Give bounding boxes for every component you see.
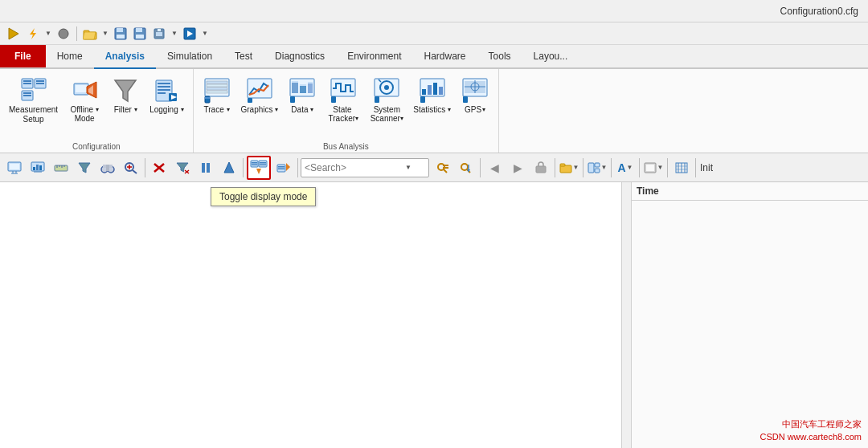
btn-trace-label: Trace ▾ (204, 105, 230, 114)
svg-rect-109 (252, 162, 257, 164)
svg-rect-132 (595, 169, 600, 173)
btn-statistics[interactable]: Statistics ▾ (409, 72, 455, 118)
svg-rect-22 (36, 83, 44, 84)
save-btn3[interactable] (150, 25, 168, 43)
cmd-layout-btn[interactable]: ▼ (586, 157, 608, 179)
btn-stats-label: Statistics ▾ (413, 105, 451, 114)
cmd-text-dropdown[interactable]: A ▼ (614, 157, 637, 179)
svg-rect-40 (207, 84, 227, 87)
cmd-search-adv[interactable] (120, 157, 142, 179)
svg-rect-46 (248, 98, 252, 103)
btn-offline-mode[interactable]: Offline ▾ Mode (63, 72, 105, 127)
cmd-ruler[interactable] (50, 157, 72, 179)
qa-dropdown3[interactable]: ▼ (170, 25, 179, 43)
cmd-bar-chart[interactable] (27, 157, 49, 179)
cmd-binoculars[interactable] (96, 157, 119, 179)
tab-analysis[interactable]: Analysis (94, 45, 156, 69)
btn-filter[interactable]: Filter ▾ (107, 72, 144, 118)
cmd-stop-filter[interactable] (171, 157, 194, 179)
command-bar: ▼ ◀ ▶ (0, 153, 868, 182)
tab-tools[interactable]: Tools (477, 45, 522, 67)
cmd-separator1 (145, 158, 145, 177)
qa-dropdown2[interactable]: ▼ (100, 25, 110, 43)
tab-home[interactable]: Home (46, 45, 94, 67)
svg-rect-116 (278, 166, 285, 168)
search-input[interactable] (305, 162, 405, 173)
svg-rect-131 (595, 163, 600, 167)
btn-system-scanner[interactable]: System Scanner▾ (366, 72, 407, 127)
btn-logging[interactable]: Logging ▾ (145, 72, 187, 118)
btn-state-tracker[interactable]: State Tracker▾ (322, 72, 364, 127)
svg-rect-73 (463, 96, 468, 103)
svg-marker-114 (256, 169, 261, 174)
svg-rect-54 (290, 96, 295, 103)
btn-gps[interactable]: GPS▾ (457, 72, 493, 118)
svg-rect-33 (158, 86, 170, 88)
svg-rect-65 (433, 83, 437, 95)
svg-rect-84 (55, 165, 68, 171)
cmd-delete[interactable] (148, 157, 170, 179)
svg-rect-25 (23, 95, 31, 96)
tab-file[interactable]: File (0, 45, 46, 67)
btn-graphics[interactable]: Graphics ▾ (237, 72, 283, 118)
circle-btn[interactable] (55, 25, 72, 43)
btn-data[interactable]: Data ▾ (284, 72, 321, 118)
tooltip: Toggle display mode (211, 187, 316, 206)
search-dropdown-btn[interactable]: ▼ (405, 164, 411, 171)
cmd-find-all[interactable] (432, 157, 454, 179)
btn-trace[interactable]: Trace ▾ (199, 72, 235, 118)
panel-time-header: Time (632, 182, 868, 201)
qa-dropdown1[interactable]: ▼ (43, 25, 53, 43)
ribbon-group-configuration: Measurement Setup Offline ▾ Mode (0, 69, 194, 153)
blue-square-btn[interactable] (181, 25, 199, 43)
btn-measurement-setup[interactable]: Measurement Setup (5, 72, 62, 128)
right-panel: Time (631, 182, 868, 448)
tab-simulation[interactable]: Simulation (156, 45, 223, 67)
cmd-folder-dropdown[interactable]: ▼ (558, 157, 580, 179)
svg-rect-67 (420, 96, 425, 103)
svg-rect-45 (248, 79, 272, 98)
svg-marker-118 (286, 163, 290, 171)
svg-rect-134 (646, 165, 654, 171)
cmd-columns-btn[interactable] (670, 157, 693, 179)
cmd-find-mark[interactable] (455, 157, 477, 179)
svg-rect-61 (375, 96, 379, 103)
svg-rect-32 (158, 83, 170, 84)
btn-measurement-label2: Setup (23, 115, 44, 124)
vertical-scrollbar[interactable] (621, 182, 631, 448)
cmd-pause[interactable] (194, 157, 217, 179)
svg-rect-11 (136, 35, 144, 39)
cmd-forward[interactable]: ▶ (506, 157, 529, 179)
svg-marker-0 (9, 28, 18, 39)
cmd-toggle-display[interactable] (247, 156, 271, 180)
svg-rect-41 (207, 88, 227, 90)
tab-diagnostics[interactable]: Diagnostics (264, 45, 336, 67)
run-icon[interactable] (5, 25, 23, 43)
cmd-nav-icons (432, 157, 477, 179)
qa-dropdown4[interactable]: ▼ (200, 25, 210, 43)
tab-test[interactable]: Test (223, 45, 264, 67)
cmd-bookmark[interactable] (218, 157, 240, 179)
btn-gps-label: GPS▾ (465, 105, 485, 114)
svg-rect-10 (136, 28, 142, 32)
tab-layout[interactable]: Layou... (522, 45, 579, 67)
cmd-back[interactable]: ◀ (483, 157, 506, 179)
svg-rect-117 (278, 168, 285, 169)
tab-environment[interactable]: Environment (336, 45, 412, 67)
cmd-monitor[interactable] (3, 157, 26, 179)
svg-rect-94 (109, 165, 113, 168)
svg-rect-129 (560, 164, 565, 166)
save-btn2[interactable] (131, 25, 149, 43)
cmd-export[interactable] (272, 157, 295, 179)
cmd-filter2[interactable] (73, 157, 96, 179)
svg-rect-48 (292, 81, 298, 93)
cmd-scroll-lock[interactable] (530, 157, 552, 179)
save-btn1[interactable] (112, 25, 129, 43)
folder-open-btn[interactable] (81, 25, 99, 43)
btn-system-label2: Scanner▾ (371, 114, 403, 123)
tab-hardware[interactable]: Hardware (413, 45, 477, 67)
bolt-btn[interactable] (24, 25, 42, 43)
svg-rect-42 (207, 91, 227, 93)
cmd-display-btn[interactable]: ▼ (642, 157, 665, 179)
ribbon-group-bus-analysis: Trace ▾ Graphics ▾ (194, 69, 500, 153)
